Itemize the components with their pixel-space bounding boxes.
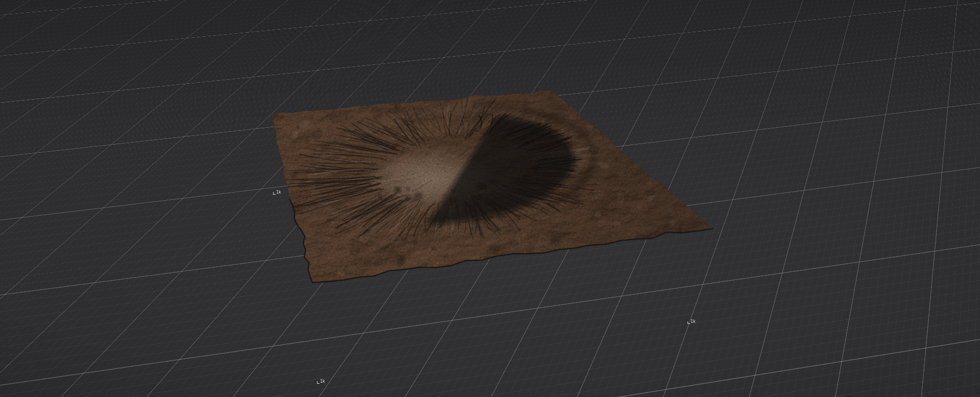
- terrain-mesh[interactable]: [0, 0, 980, 397]
- 3d-viewport[interactable]: 1k1k1k: [0, 0, 980, 397]
- terrain-speckle-overlay: [271, 91, 713, 283]
- terrain-surface: [266, 91, 713, 283]
